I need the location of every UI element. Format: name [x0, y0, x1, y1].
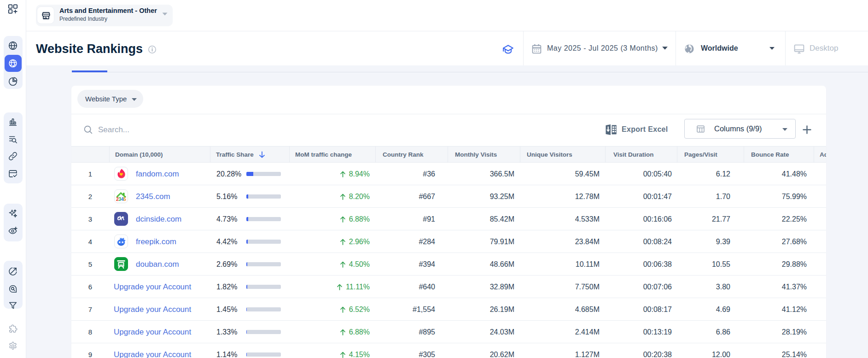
svg-text:2345: 2345: [116, 196, 126, 202]
